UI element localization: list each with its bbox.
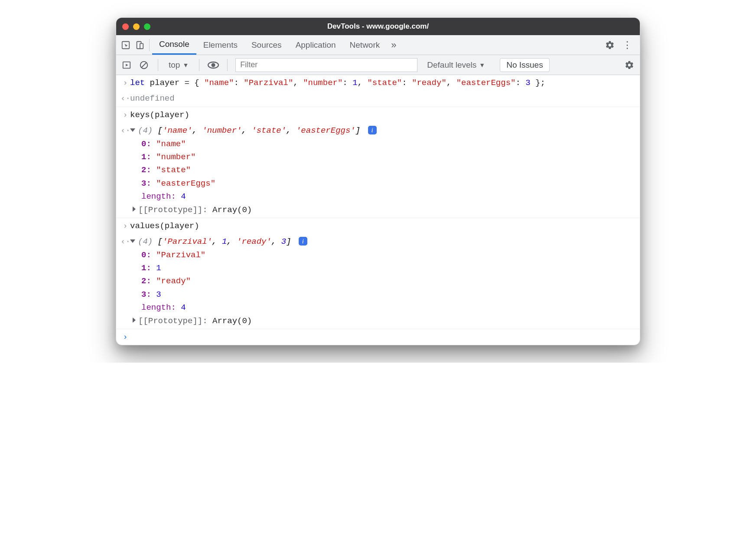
inspect-icon[interactable] [119, 35, 133, 55]
levels-label: Default levels [427, 60, 476, 70]
array-item: 2: "state" [121, 164, 637, 177]
console-input-row[interactable]: › values(player) [116, 218, 640, 234]
array-length: length: 4 [121, 301, 637, 314]
array-summary[interactable]: (4) ['name', 'number', 'state', 'easterE… [130, 124, 637, 137]
array-item: 0: "name" [121, 138, 637, 151]
divider [227, 59, 228, 71]
expand-toggle-icon[interactable] [130, 239, 135, 243]
log-levels-selector[interactable]: Default levels ▼ [427, 60, 485, 70]
prompt-icon: › [121, 108, 130, 121]
result-icon: ‹· [121, 235, 130, 248]
prompt-icon: › [121, 76, 130, 89]
divider [199, 59, 199, 71]
array-item: 3: "easterEggs" [121, 177, 637, 190]
expand-toggle-icon[interactable] [133, 206, 136, 212]
svg-rect-2 [140, 43, 143, 49]
array-summary[interactable]: (4) ['Parzival', 1, 'ready', 3] i [130, 235, 637, 248]
context-selector[interactable]: top ▼ [166, 60, 191, 70]
divider [149, 39, 150, 51]
divider [158, 59, 158, 71]
clear-console-icon[interactable] [138, 59, 150, 71]
window-title: DevTools - www.google.com/ [116, 22, 640, 31]
tabs-more-button[interactable]: » [387, 35, 401, 55]
array-item: 2: "ready" [121, 275, 637, 288]
console-input-row[interactable]: › let player = { "name": "Parzival", "nu… [116, 75, 640, 91]
info-icon[interactable]: i [299, 237, 307, 246]
array-item: 1: "number" [121, 151, 637, 164]
tab-network[interactable]: Network [343, 35, 387, 55]
panel-tabs: Console Elements Sources Application Net… [116, 35, 640, 55]
kebab-menu-icon[interactable]: ⋮ [622, 40, 632, 50]
titlebar: DevTools - www.google.com/ [116, 18, 640, 35]
array-prototype[interactable]: [[Prototype]]: Array(0) [121, 314, 637, 327]
prompt-icon: › [121, 331, 130, 344]
sidebar-toggle-icon[interactable] [121, 59, 133, 71]
live-expression-icon[interactable] [207, 59, 219, 71]
svg-marker-4 [126, 64, 128, 66]
code-line: values(player) [130, 219, 637, 232]
svg-line-6 [142, 62, 147, 67]
result-undefined: undefined [130, 92, 637, 105]
chevron-down-icon: ▼ [479, 62, 485, 69]
console-output: › let player = { "name": "Parzival", "nu… [116, 75, 640, 345]
expand-toggle-icon[interactable] [133, 318, 136, 323]
console-result-row: ‹· (4) ['Parzival', 1, 'ready', 3] i 0: … [116, 234, 640, 329]
prompt-icon: › [121, 219, 130, 232]
devtools-window: DevTools - www.google.com/ Console Eleme… [116, 17, 640, 345]
array-item: 0: "Parzival" [121, 249, 637, 262]
context-label: top [169, 60, 180, 70]
console-result-row: ‹· undefined [116, 91, 640, 107]
svg-point-8 [212, 63, 215, 67]
tab-console[interactable]: Console [152, 35, 196, 55]
array-length: length: 4 [121, 190, 637, 203]
console-prompt-row[interactable]: › [116, 329, 640, 345]
issues-button[interactable]: No Issues [500, 58, 549, 72]
console-input[interactable] [130, 331, 637, 344]
settings-icon[interactable] [605, 40, 615, 50]
console-input-row[interactable]: › keys(player) [116, 107, 640, 123]
console-settings-icon[interactable] [623, 59, 635, 71]
code-line: keys(player) [130, 108, 637, 121]
device-toggle-icon[interactable] [133, 35, 147, 55]
tab-application[interactable]: Application [289, 35, 343, 55]
console-result-row: ‹· (4) ['name', 'number', 'state', 'east… [116, 123, 640, 218]
code-line: let player = { "name": "Parzival", "numb… [130, 76, 637, 89]
tab-elements[interactable]: Elements [196, 35, 244, 55]
expand-toggle-icon[interactable] [130, 128, 135, 132]
array-item: 3: 3 [121, 288, 637, 301]
tab-sources[interactable]: Sources [244, 35, 289, 55]
info-icon[interactable]: i [368, 126, 377, 134]
array-item: 1: 1 [121, 262, 637, 275]
filter-input[interactable] [235, 58, 417, 72]
console-toolbar: top ▼ Default levels ▼ No Issues [116, 55, 640, 75]
array-prototype[interactable]: [[Prototype]]: Array(0) [121, 203, 637, 216]
chevron-down-icon: ▼ [182, 62, 189, 69]
result-icon: ‹· [121, 92, 130, 105]
result-icon: ‹· [121, 124, 130, 137]
